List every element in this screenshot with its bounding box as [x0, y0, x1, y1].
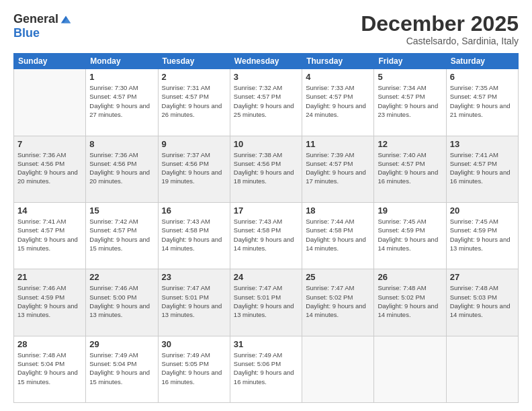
calendar-cell: 20Sunrise: 7:45 AMSunset: 4:59 PMDayligh…	[446, 202, 518, 269]
day-number: 12	[378, 139, 442, 149]
calendar-cell: 28Sunrise: 7:48 AMSunset: 5:04 PMDayligh…	[14, 336, 86, 402]
day-info: Sunrise: 7:47 AMSunset: 5:01 PMDaylight:…	[234, 283, 298, 319]
calendar-cell: 30Sunrise: 7:49 AMSunset: 5:05 PMDayligh…	[158, 336, 230, 402]
day-number: 6	[450, 72, 515, 82]
day-number: 8	[89, 139, 154, 149]
calendar-week-row: 1Sunrise: 7:30 AMSunset: 4:57 PMDaylight…	[14, 69, 519, 136]
day-number: 17	[234, 205, 298, 216]
day-info: Sunrise: 7:45 AMSunset: 4:59 PMDaylight:…	[378, 217, 442, 253]
page: General Blue December 2025 Castelsardo, …	[0, 0, 532, 411]
calendar-cell: 6Sunrise: 7:35 AMSunset: 4:57 PMDaylight…	[446, 69, 518, 136]
day-number: 13	[450, 139, 515, 149]
day-number: 24	[234, 272, 298, 282]
day-info: Sunrise: 7:46 AMSunset: 5:00 PMDaylight:…	[89, 283, 154, 319]
header-wednesday: Wednesday	[230, 54, 302, 69]
day-info: Sunrise: 7:43 AMSunset: 4:58 PMDaylight:…	[162, 217, 226, 253]
day-number: 26	[378, 272, 442, 282]
calendar-cell: 2Sunrise: 7:31 AMSunset: 4:57 PMDaylight…	[158, 69, 230, 136]
header-sunday: Sunday	[14, 54, 86, 69]
calendar-cell: 7Sunrise: 7:36 AMSunset: 4:56 PMDaylight…	[14, 136, 86, 202]
day-info: Sunrise: 7:48 AMSunset: 5:04 PMDaylight:…	[17, 351, 82, 386]
calendar-week-row: 7Sunrise: 7:36 AMSunset: 4:56 PMDaylight…	[14, 136, 519, 202]
header-thursday: Thursday	[302, 54, 374, 69]
day-number: 20	[450, 205, 515, 216]
calendar-cell: 27Sunrise: 7:48 AMSunset: 5:03 PMDayligh…	[446, 269, 518, 336]
day-number: 31	[234, 339, 298, 349]
header-saturday: Saturday	[446, 54, 518, 69]
day-number: 29	[89, 339, 154, 349]
day-info: Sunrise: 7:41 AMSunset: 4:57 PMDaylight:…	[17, 217, 82, 253]
day-info: Sunrise: 7:40 AMSunset: 4:57 PMDaylight:…	[378, 150, 442, 186]
header: General Blue December 2025 Castelsardo, …	[13, 12, 519, 46]
day-info: Sunrise: 7:35 AMSunset: 4:57 PMDaylight:…	[450, 83, 515, 119]
weekday-header-row: Sunday Monday Tuesday Wednesday Thursday…	[14, 54, 519, 69]
day-number: 1	[89, 72, 154, 82]
day-info: Sunrise: 7:31 AMSunset: 4:57 PMDaylight:…	[162, 83, 226, 119]
calendar-cell: 8Sunrise: 7:36 AMSunset: 4:56 PMDaylight…	[86, 136, 158, 202]
day-info: Sunrise: 7:34 AMSunset: 4:57 PMDaylight:…	[378, 83, 442, 119]
calendar-cell	[14, 69, 86, 136]
day-number: 2	[162, 72, 226, 82]
title-block: December 2025 Castelsardo, Sardinia, Ita…	[361, 12, 519, 46]
calendar-cell: 3Sunrise: 7:32 AMSunset: 4:57 PMDaylight…	[230, 69, 302, 136]
day-info: Sunrise: 7:46 AMSunset: 4:59 PMDaylight:…	[17, 283, 82, 319]
calendar-cell: 12Sunrise: 7:40 AMSunset: 4:57 PMDayligh…	[374, 136, 446, 202]
calendar-cell: 1Sunrise: 7:30 AMSunset: 4:57 PMDaylight…	[86, 69, 158, 136]
day-number: 19	[378, 205, 442, 216]
day-info: Sunrise: 7:47 AMSunset: 5:02 PMDaylight:…	[306, 283, 370, 319]
day-info: Sunrise: 7:39 AMSunset: 4:57 PMDaylight:…	[306, 150, 370, 186]
day-number: 16	[162, 205, 226, 216]
calendar-cell: 10Sunrise: 7:38 AMSunset: 4:56 PMDayligh…	[230, 136, 302, 202]
day-info: Sunrise: 7:49 AMSunset: 5:06 PMDaylight:…	[234, 351, 298, 386]
calendar-cell: 19Sunrise: 7:45 AMSunset: 4:59 PMDayligh…	[374, 202, 446, 269]
day-number: 4	[306, 72, 370, 82]
day-number: 21	[17, 272, 82, 282]
day-info: Sunrise: 7:33 AMSunset: 4:57 PMDaylight:…	[306, 83, 370, 119]
logo-icon	[60, 13, 72, 26]
calendar-cell: 23Sunrise: 7:47 AMSunset: 5:01 PMDayligh…	[158, 269, 230, 336]
logo-general-text: General	[13, 12, 58, 26]
day-number: 23	[162, 272, 226, 282]
day-info: Sunrise: 7:48 AMSunset: 5:02 PMDaylight:…	[378, 283, 442, 319]
day-number: 9	[162, 139, 226, 149]
day-info: Sunrise: 7:48 AMSunset: 5:03 PMDaylight:…	[450, 283, 515, 319]
day-info: Sunrise: 7:49 AMSunset: 5:04 PMDaylight:…	[89, 351, 154, 386]
calendar-cell: 9Sunrise: 7:37 AMSunset: 4:56 PMDaylight…	[158, 136, 230, 202]
calendar-cell: 15Sunrise: 7:42 AMSunset: 4:57 PMDayligh…	[86, 202, 158, 269]
day-number: 18	[306, 205, 370, 216]
calendar-cell	[302, 336, 374, 402]
calendar-cell: 31Sunrise: 7:49 AMSunset: 5:06 PMDayligh…	[230, 336, 302, 402]
day-number: 22	[89, 272, 154, 282]
calendar-cell: 11Sunrise: 7:39 AMSunset: 4:57 PMDayligh…	[302, 136, 374, 202]
calendar-week-row: 14Sunrise: 7:41 AMSunset: 4:57 PMDayligh…	[14, 202, 519, 269]
calendar-table: Sunday Monday Tuesday Wednesday Thursday…	[13, 53, 519, 403]
day-info: Sunrise: 7:47 AMSunset: 5:01 PMDaylight:…	[162, 283, 226, 319]
day-info: Sunrise: 7:41 AMSunset: 4:57 PMDaylight:…	[450, 150, 515, 186]
day-info: Sunrise: 7:37 AMSunset: 4:56 PMDaylight:…	[162, 150, 226, 186]
calendar-cell	[374, 336, 446, 402]
calendar-cell: 25Sunrise: 7:47 AMSunset: 5:02 PMDayligh…	[302, 269, 374, 336]
day-number: 28	[17, 339, 82, 349]
day-info: Sunrise: 7:30 AMSunset: 4:57 PMDaylight:…	[89, 83, 154, 119]
day-info: Sunrise: 7:32 AMSunset: 4:57 PMDaylight:…	[234, 83, 298, 119]
logo-blue-text: Blue	[13, 26, 40, 40]
day-number: 11	[306, 139, 370, 149]
day-number: 15	[89, 205, 154, 216]
day-number: 7	[17, 139, 82, 149]
calendar-cell: 17Sunrise: 7:43 AMSunset: 4:58 PMDayligh…	[230, 202, 302, 269]
header-tuesday: Tuesday	[158, 54, 230, 69]
day-info: Sunrise: 7:43 AMSunset: 4:58 PMDaylight:…	[234, 217, 298, 253]
header-monday: Monday	[86, 54, 158, 69]
day-info: Sunrise: 7:36 AMSunset: 4:56 PMDaylight:…	[89, 150, 154, 186]
calendar-cell: 26Sunrise: 7:48 AMSunset: 5:02 PMDayligh…	[374, 269, 446, 336]
month-title: December 2025	[361, 12, 519, 36]
calendar-cell: 29Sunrise: 7:49 AMSunset: 5:04 PMDayligh…	[86, 336, 158, 402]
day-info: Sunrise: 7:49 AMSunset: 5:05 PMDaylight:…	[162, 351, 226, 386]
day-number: 10	[234, 139, 298, 149]
day-number: 5	[378, 72, 442, 82]
calendar-cell: 5Sunrise: 7:34 AMSunset: 4:57 PMDaylight…	[374, 69, 446, 136]
day-info: Sunrise: 7:36 AMSunset: 4:56 PMDaylight:…	[17, 150, 82, 186]
calendar-cell: 13Sunrise: 7:41 AMSunset: 4:57 PMDayligh…	[446, 136, 518, 202]
header-friday: Friday	[374, 54, 446, 69]
day-number: 3	[234, 72, 298, 82]
